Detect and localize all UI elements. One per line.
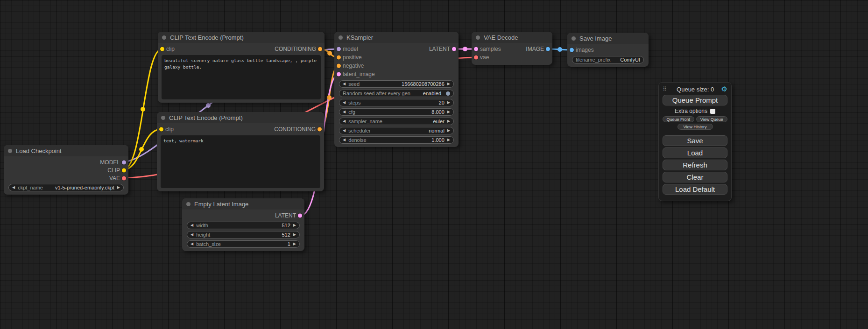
increment-arrow-icon[interactable]: ▶ — [447, 129, 450, 133]
increment-arrow-icon[interactable]: ▶ — [293, 233, 296, 237]
increment-arrow-icon[interactable]: ▶ — [447, 82, 450, 86]
input-port-images[interactable] — [570, 48, 574, 52]
output-port-image[interactable] — [546, 47, 550, 51]
widget-denoise[interactable]: ◀ denoise 1.000 ▶ — [339, 136, 454, 144]
output-port-conditioning[interactable] — [318, 127, 322, 132]
widget-value: 8.000 — [431, 109, 445, 115]
queue-front-button[interactable]: Queue Front — [663, 116, 694, 122]
decrement-arrow-icon[interactable]: ◀ — [343, 138, 346, 142]
widget-batch-size[interactable]: ◀ batch_size 1 ▶ — [187, 240, 300, 248]
input-port-samples[interactable] — [474, 47, 478, 51]
widget-name: filename_prefix — [576, 57, 611, 63]
view-queue-button[interactable]: View Queue — [696, 116, 728, 122]
clear-button[interactable]: Clear — [663, 172, 727, 182]
node-load-checkpoint[interactable]: Load Checkpoint MODEL CLIP VAE ◀ ckpt_na… — [4, 145, 128, 195]
refresh-button[interactable]: Refresh — [663, 160, 727, 170]
widget-value: 20 — [439, 100, 445, 105]
widget-name: scheduler — [348, 128, 371, 133]
view-history-button[interactable]: View History — [677, 124, 713, 130]
input-port-clip[interactable] — [159, 127, 163, 132]
input-label-samples: samples — [480, 46, 501, 52]
widget-cfg[interactable]: ◀ cfg 8.000 ▶ — [339, 108, 454, 116]
decrement-arrow-icon[interactable]: ◀ — [12, 186, 15, 189]
node-title-bar[interactable]: Load Checkpoint — [4, 145, 128, 156]
input-port-negative[interactable] — [337, 64, 341, 68]
decrement-arrow-icon[interactable]: ◀ — [343, 101, 346, 105]
widget-steps[interactable]: ◀ steps 20 ▶ — [339, 99, 454, 106]
load-default-button[interactable]: Load Default — [663, 184, 727, 195]
save-button[interactable]: Save — [663, 135, 727, 146]
widget-filename-prefix[interactable]: filename_prefix ComfyUI — [572, 56, 644, 63]
increment-arrow-icon[interactable]: ▶ — [293, 242, 296, 246]
increment-arrow-icon[interactable]: ▶ — [447, 110, 450, 114]
slot-row: model LATENT — [334, 45, 459, 53]
output-port-model[interactable] — [122, 160, 126, 164]
slot-row: vae — [472, 53, 552, 62]
load-button[interactable]: Load — [663, 147, 727, 158]
widget-ckpt-name[interactable]: ◀ ckpt_name v1-5-pruned-emaonly.ckpt ▶ — [8, 184, 124, 191]
collapse-dot-icon[interactable] — [339, 35, 343, 40]
wire-conditioning-negative-midpoint-dot — [327, 95, 332, 100]
decrement-arrow-icon[interactable]: ◀ — [191, 224, 193, 227]
output-port-vae[interactable] — [122, 176, 126, 180]
collapse-dot-icon[interactable] — [8, 149, 12, 153]
node-ksampler[interactable]: KSampler model LATENT positive negative … — [334, 32, 459, 147]
output-port-conditioning[interactable] — [318, 47, 322, 51]
collapse-dot-icon[interactable] — [572, 36, 576, 41]
queue-prompt-button[interactable]: Queue Prompt — [663, 95, 727, 105]
node-title-bar[interactable]: CLIP Text Encode (Prompt) — [157, 112, 324, 123]
input-port-vae[interactable] — [474, 56, 478, 60]
widget-scheduler[interactable]: ◀ scheduler normal ▶ — [339, 127, 454, 134]
slot-row: images — [567, 46, 649, 54]
widget-value: normal — [429, 128, 445, 133]
decrement-arrow-icon[interactable]: ◀ — [343, 129, 346, 133]
node-title-bar[interactable]: Save Image — [567, 33, 649, 44]
node-graph-canvas[interactable]: Load Checkpoint MODEL CLIP VAE ◀ ckpt_na… — [0, 0, 868, 329]
node-clip-text-encode-negative[interactable]: CLIP Text Encode (Prompt) clip CONDITION… — [157, 112, 324, 191]
prompt-textarea[interactable]: text, watermark — [161, 135, 320, 188]
input-port-positive[interactable] — [337, 56, 341, 60]
node-clip-text-encode-positive[interactable]: CLIP Text Encode (Prompt) clip CONDITION… — [158, 32, 325, 103]
node-title-bar[interactable]: Empty Latent Image — [182, 198, 304, 210]
collapse-dot-icon[interactable] — [186, 202, 191, 206]
node-save-image[interactable]: Save Image images filename_prefix ComfyU… — [567, 33, 649, 67]
collapse-dot-icon[interactable] — [476, 35, 480, 40]
output-port-latent[interactable] — [452, 47, 456, 51]
queue-controls-row: Queue Front View Queue — [663, 116, 727, 122]
widget-sampler-name[interactable]: ◀ sampler_name euler ▶ — [339, 118, 454, 125]
collapse-dot-icon[interactable] — [161, 116, 165, 120]
widget-height[interactable]: ◀ height 512 ▶ — [187, 231, 300, 238]
increment-arrow-icon[interactable]: ▶ — [447, 119, 450, 123]
extra-options-checkbox[interactable] — [710, 109, 715, 114]
increment-arrow-icon[interactable]: ▶ — [447, 138, 450, 142]
increment-arrow-icon[interactable]: ▶ — [447, 101, 450, 105]
input-port-model[interactable] — [337, 47, 341, 51]
node-title-bar[interactable]: VAE Decode — [472, 32, 552, 43]
output-port-latent[interactable] — [298, 214, 302, 218]
input-label-clip: clip — [165, 126, 174, 133]
prompt-textarea[interactable]: beautiful scenery nature glass bottle la… — [162, 55, 321, 99]
decrement-arrow-icon[interactable]: ◀ — [343, 110, 346, 114]
node-title-bar[interactable]: KSampler — [334, 32, 459, 43]
widget-width[interactable]: ◀ width 512 ▶ — [187, 222, 300, 229]
settings-gear-icon[interactable]: ⚙ — [721, 85, 727, 93]
decrement-arrow-icon[interactable]: ◀ — [191, 242, 193, 246]
widget-seed[interactable]: ◀ seed 156680208700286 ▶ — [339, 80, 454, 88]
node-empty-latent-image[interactable]: Empty Latent Image LATENT ◀ width 512 ▶ … — [182, 198, 304, 251]
decrement-arrow-icon[interactable]: ◀ — [191, 233, 193, 237]
output-port-clip[interactable] — [122, 168, 126, 172]
widget-random-seed-toggle[interactable]: Random seed after every gen enabled — [339, 90, 454, 97]
decrement-arrow-icon[interactable]: ◀ — [343, 82, 346, 86]
node-title-bar[interactable]: CLIP Text Encode (Prompt) — [158, 32, 325, 43]
input-label-vae: vae — [480, 54, 489, 61]
input-port-latent-image[interactable] — [337, 72, 341, 77]
collapse-dot-icon[interactable] — [162, 35, 166, 40]
drag-handle-icon[interactable]: ⠿ — [663, 86, 667, 92]
decrement-arrow-icon[interactable]: ◀ — [343, 119, 346, 123]
input-port-clip[interactable] — [160, 47, 164, 51]
widget-value: ComfyUI — [620, 57, 640, 63]
toggle-dot-icon[interactable] — [446, 91, 450, 96]
node-vae-decode[interactable]: VAE Decode samples IMAGE vae — [472, 32, 552, 65]
increment-arrow-icon[interactable]: ▶ — [117, 186, 120, 189]
increment-arrow-icon[interactable]: ▶ — [293, 224, 296, 227]
